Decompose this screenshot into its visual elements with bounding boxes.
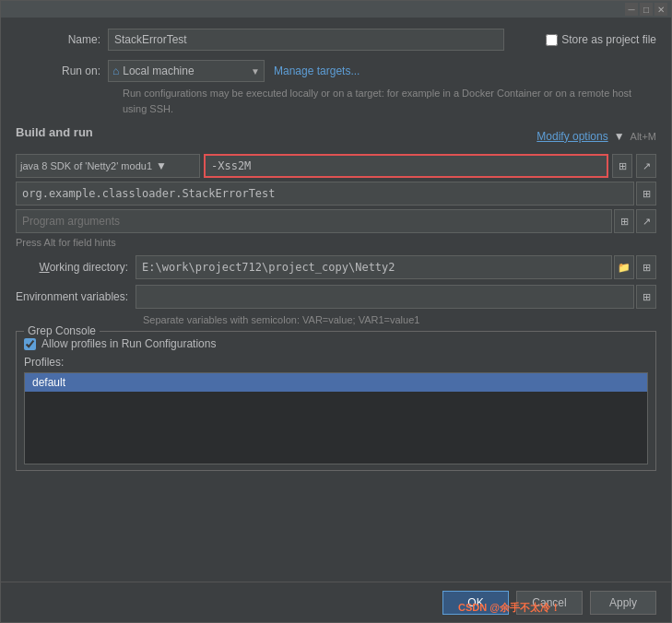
sdk-vm-row: java 8 SDK of 'Netty2' modu1 ▼ ⊞ ↗ [16, 154, 656, 178]
name-label: Name: [16, 33, 108, 46]
sdk-dropdown-arrow-icon: ▼ [156, 159, 167, 172]
dropdown-arrow-icon: ▼ [251, 66, 260, 76]
watermark-text: CSDN @余手不太冷！ [458, 601, 560, 615]
modify-options-row: Modify options ▼ Alt+M [536, 130, 656, 143]
apply-button[interactable]: Apply [590, 591, 656, 615]
store-project-checkbox-row: Store as project file [546, 33, 656, 46]
program-args-expand-icon[interactable]: ⊞ [614, 209, 634, 233]
program-args-input[interactable] [16, 209, 612, 233]
name-input[interactable] [108, 29, 504, 51]
working-dir-row: Working directory: 📁 ⊞ [16, 255, 656, 279]
vm-options-resize-icon[interactable]: ↗ [636, 154, 656, 178]
modify-options-link[interactable]: Modify options [536, 130, 607, 143]
close-button[interactable]: ✕ [654, 3, 667, 16]
bottom-bar: OK Cancel Apply [1, 582, 671, 622]
home-icon: ⌂ [112, 65, 119, 77]
build-run-section: Build and run Modify options ▼ Alt+M jav… [16, 125, 656, 248]
grep-console-box: Grep Console Allow profiles in Run Confi… [16, 331, 656, 471]
modify-options-arrow-icon: ▼ [614, 130, 625, 143]
vm-options-input[interactable] [204, 154, 608, 178]
class-expand-icon[interactable]: ⊞ [636, 182, 656, 206]
store-project-label: Store as project file [561, 33, 656, 46]
run-debug-dialog: ─ □ ✕ Name: Store as project file Run on… [0, 0, 672, 623]
profiles-list: default [24, 372, 648, 464]
allow-profiles-label: Allow profiles in Run Configurations [41, 337, 216, 350]
run-hint-text: Run configurations may be executed local… [123, 86, 656, 116]
local-machine-text: Local machine [123, 65, 194, 77]
list-item[interactable]: default [25, 373, 647, 392]
class-name-row: ⊞ [16, 182, 656, 206]
build-run-header: Build and run Modify options ▼ Alt+M [16, 125, 656, 147]
working-dir-edit-icon[interactable]: ⊞ [636, 255, 656, 279]
sdk-dropdown[interactable]: java 8 SDK of 'Netty2' modu1 ▼ [16, 154, 200, 178]
program-args-resize-icon[interactable]: ↗ [636, 209, 656, 233]
sdk-label-text: java 8 SDK of 'Netty2' modu1 [20, 160, 152, 171]
env-vars-edit-icon[interactable]: ⊞ [636, 285, 656, 309]
env-vars-label: Environment variables: [16, 290, 136, 303]
env-vars-input[interactable] [136, 285, 634, 309]
env-vars-row: Environment variables: ⊞ [16, 285, 656, 309]
dialog-content: Name: Store as project file Run on: ⌂ Lo… [1, 18, 671, 486]
manage-targets-link[interactable]: Manage targets... [274, 65, 360, 77]
program-args-row: ⊞ ↗ [16, 209, 656, 233]
env-vars-hint: Separate variables with semicolon: VAR=v… [143, 314, 656, 325]
allow-profiles-checkbox[interactable] [24, 338, 36, 350]
alt-hint-text: Press Alt for field hints [16, 237, 656, 248]
allow-profiles-row: Allow profiles in Run Configurations [24, 337, 648, 350]
profiles-section-label: Profiles: [24, 356, 648, 369]
minimize-button[interactable]: ─ [625, 3, 638, 16]
run-on-label: Run on: [16, 65, 108, 77]
vm-options-expand-icon[interactable]: ⊞ [612, 154, 632, 178]
run-on-dropdown[interactable]: ⌂ Local machine ▼ [108, 60, 265, 82]
build-run-title: Build and run [16, 125, 93, 139]
run-on-row: Run on: ⌂ Local machine ▼ Manage targets… [16, 60, 656, 82]
class-name-input[interactable] [16, 182, 634, 206]
maximize-button[interactable]: □ [640, 3, 653, 16]
working-dir-label: Working directory: [16, 261, 136, 274]
title-bar: ─ □ ✕ [1, 1, 671, 18]
store-project-checkbox[interactable] [546, 34, 558, 46]
name-row: Name: Store as project file [16, 29, 656, 51]
modify-options-shortcut: Alt+M [631, 131, 656, 142]
working-dir-input[interactable] [136, 255, 612, 279]
grep-console-legend: Grep Console [24, 324, 100, 337]
working-dir-folder-icon[interactable]: 📁 [614, 255, 634, 279]
